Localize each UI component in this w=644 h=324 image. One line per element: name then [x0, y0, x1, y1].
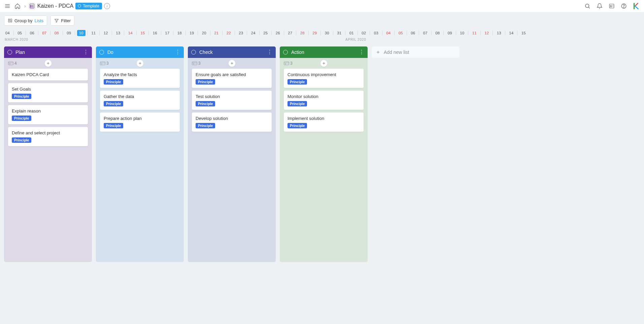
template-badge[interactable]: Template [75, 3, 102, 9]
column-menu-icon[interactable]: ⋮ [83, 50, 89, 55]
card-count: 3 [284, 61, 293, 66]
timeline-day[interactable]: 10 [456, 31, 469, 35]
card[interactable]: Prepare action planPrinciple [100, 112, 180, 132]
add-card-button[interactable] [320, 60, 328, 67]
timeline-day[interactable]: 03 [370, 31, 382, 35]
add-card-button[interactable] [44, 60, 52, 67]
timeline-day[interactable]: 30 [321, 31, 333, 35]
timeline-day[interactable]: 06 [407, 31, 419, 35]
timeline-day-label: 11 [91, 31, 96, 35]
timeline-day[interactable]: 23 [235, 31, 247, 35]
timeline-day[interactable]: 02 [358, 31, 370, 35]
timeline-day[interactable]: 28 [296, 31, 309, 35]
timeline-day[interactable]: 20 [198, 31, 210, 35]
timeline-day-label: 26 [276, 31, 280, 35]
timeline-day[interactable]: 05 [14, 31, 26, 35]
timeline-day[interactable]: 05 [395, 31, 407, 35]
bell-icon[interactable] [596, 2, 604, 10]
timeline-day[interactable]: 04 [1, 31, 14, 35]
filter-button[interactable]: Filter [50, 15, 74, 26]
tool-row: Group by Lists Filter [0, 12, 644, 28]
timeline-day-label: 04 [5, 31, 10, 35]
card[interactable]: Ensure goals are satisfiedPrinciple [192, 69, 272, 88]
group-by-button[interactable]: Group by Lists [4, 15, 47, 26]
timeline-day[interactable]: 16 [149, 31, 161, 35]
card[interactable]: Continuous improvementPrinciple [284, 69, 364, 88]
timeline-day-label: 24 [251, 31, 256, 35]
add-card-button[interactable] [228, 60, 236, 67]
card-title: Gather the data [104, 94, 176, 99]
timeline-day[interactable]: 19 [186, 31, 198, 35]
card[interactable]: Kaizen PDCA Card [8, 69, 88, 80]
add-list-label: Add new list [384, 50, 409, 55]
timeline-day[interactable]: 01 [345, 31, 358, 35]
card[interactable]: Set GoalsPrinciple [8, 83, 88, 102]
column-header[interactable]: Check ⋮ [188, 46, 276, 58]
timeline-month-left: MARCH 2020 [5, 38, 28, 41]
timeline-day[interactable]: 25 [260, 31, 272, 35]
timeline-day[interactable]: 11 [88, 31, 100, 35]
card[interactable]: Implement solutionPrinciple [284, 112, 364, 132]
timeline-day-label: 07 [423, 31, 428, 35]
timeline-day[interactable]: 13 [112, 31, 125, 35]
menu-icon[interactable] [3, 2, 11, 10]
timeline-day[interactable]: 06 [26, 31, 38, 35]
timeline-day[interactable]: 14 [124, 31, 137, 35]
timeline-day-label: 05 [18, 31, 22, 35]
svg-rect-15 [8, 62, 13, 65]
card[interactable]: Explain reasonPrinciple [8, 105, 88, 124]
timeline-day[interactable]: 12 [481, 31, 493, 35]
column-header[interactable]: Do ⋮ [96, 46, 184, 58]
column-header[interactable]: Plan ⋮ [4, 46, 92, 58]
board-title[interactable]: Kaizen - PDCA [37, 3, 74, 9]
timeline-day[interactable]: 22 [223, 31, 235, 35]
timeline-day[interactable]: 15 [137, 31, 149, 35]
card[interactable]: Analyze the factsPrinciple [100, 69, 180, 88]
timeline-day[interactable]: 11 [468, 31, 481, 35]
timeline-day[interactable]: 18 [173, 31, 186, 35]
timeline-day[interactable]: 07 [419, 31, 432, 35]
board[interactable]: Plan ⋮ 4 Kaizen PDCA CardSet GoalsPrinci… [0, 43, 644, 324]
timeline-day[interactable]: 14 [505, 31, 518, 35]
add-list-button[interactable]: Add new list [372, 46, 460, 58]
app-logo[interactable] [632, 2, 641, 10]
timeline-day[interactable]: 13 [493, 31, 505, 35]
timeline-day[interactable]: 29 [309, 31, 321, 35]
timeline-day[interactable]: 09 [444, 31, 456, 35]
timeline-day[interactable]: 17 [161, 31, 174, 35]
column-menu-icon[interactable]: ⋮ [267, 50, 272, 55]
status-circle-icon [283, 50, 288, 55]
card[interactable]: Gather the dataPrinciple [100, 91, 180, 110]
timeline-day-label: 08 [435, 31, 440, 35]
timeline-day-label: 10 [460, 31, 464, 35]
timeline-day[interactable]: 04 [382, 31, 395, 35]
add-card-button[interactable] [136, 60, 144, 67]
timeline-day[interactable]: 31 [333, 31, 346, 35]
card-title: Set Goals [12, 87, 84, 92]
card[interactable]: Test solutionPrinciple [192, 91, 272, 110]
timeline[interactable]: 0405060708091011121314151617181920212223… [0, 28, 644, 43]
column-plan: Plan ⋮ 4 Kaizen PDCA CardSet GoalsPrinci… [4, 46, 92, 262]
timeline-day[interactable]: 24 [247, 31, 260, 35]
column-header[interactable]: Action ⋮ [280, 46, 368, 58]
timeline-day[interactable]: 26 [272, 31, 284, 35]
timeline-day[interactable]: 09 [63, 31, 75, 35]
timeline-day[interactable]: 07 [38, 31, 51, 35]
timeline-day[interactable]: 08 [50, 31, 63, 35]
timeline-day[interactable]: 08 [432, 31, 444, 35]
card[interactable]: Develop solutionPrinciple [192, 112, 272, 132]
search-icon[interactable] [583, 2, 591, 10]
card[interactable]: Monitor solutionPrinciple [284, 91, 364, 110]
info-icon[interactable]: i [104, 3, 110, 9]
column-menu-icon[interactable]: ⋮ [359, 50, 364, 55]
contacts-icon[interactable] [608, 2, 616, 10]
timeline-day[interactable]: 12 [100, 31, 112, 35]
timeline-day[interactable]: 21 [210, 31, 223, 35]
home-icon[interactable] [13, 2, 22, 10]
timeline-day[interactable]: 27 [284, 31, 297, 35]
column-menu-icon[interactable]: ⋮ [175, 50, 180, 55]
help-icon[interactable] [620, 2, 628, 10]
timeline-day[interactable]: 10 [75, 31, 88, 35]
timeline-day[interactable]: 15 [517, 31, 530, 35]
card[interactable]: Define and select projectPrinciple [8, 127, 88, 146]
